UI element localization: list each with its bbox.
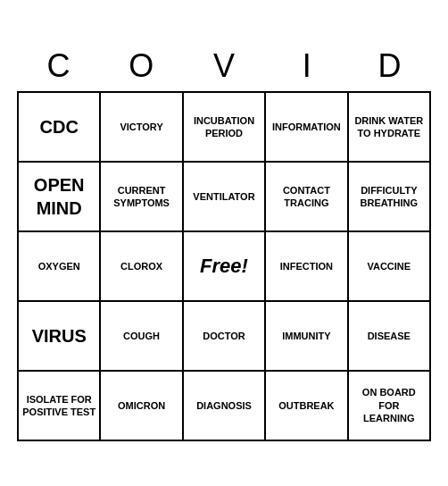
header-letter-o: O	[100, 45, 183, 88]
bingo-cell-17: DOCTOR	[184, 302, 266, 372]
header-letter-d: D	[348, 45, 431, 88]
bingo-cell-3: INFORMATION	[266, 93, 348, 163]
header-letter-v: V	[183, 45, 266, 88]
bingo-cell-18: IMMUNITY	[266, 302, 348, 372]
bingo-cell-2: INCUBATION PERIOD	[184, 93, 266, 163]
bingo-cell-0: CDC	[19, 93, 101, 163]
bingo-cell-5: OPEN MIND	[19, 163, 101, 232]
bingo-cell-21: OMICRON	[101, 372, 183, 441]
header-letter-i: I	[265, 45, 348, 88]
bingo-cell-13: INFECTION	[266, 232, 348, 302]
bingo-cell-19: DISEASE	[349, 302, 431, 372]
bingo-cell-11: CLOROX	[101, 232, 183, 302]
bingo-grid: CDCVICTORYINCUBATION PERIODINFORMATIONDR…	[17, 91, 431, 441]
bingo-header: COVID	[17, 45, 431, 88]
bingo-cell-20: ISOLATE FOR POSITIVE TEST	[19, 372, 101, 441]
bingo-cell-24: ON BOARD FOR LEARNING	[349, 372, 431, 441]
header-letter-c: C	[17, 45, 100, 88]
bingo-cell-8: CONTACT TRACING	[266, 163, 348, 232]
bingo-cell-15: VIRUS	[19, 302, 101, 372]
bingo-cell-9: DIFFICULTY BREATHING	[349, 163, 431, 232]
bingo-cell-1: VICTORY	[101, 93, 183, 163]
bingo-cell-22: DIAGNOSIS	[184, 372, 266, 441]
bingo-cell-4: DRINK WATER TO HYDRATE	[349, 93, 431, 163]
bingo-cell-7: VENTILATOR	[184, 163, 266, 232]
bingo-cell-23: OUTBREAK	[266, 372, 348, 441]
bingo-cell-12: Free!	[184, 232, 266, 302]
bingo-card: COVID CDCVICTORYINCUBATION PERIODINFORMA…	[10, 38, 438, 448]
bingo-cell-10: OXYGEN	[19, 232, 101, 302]
bingo-cell-16: COUGH	[101, 302, 183, 372]
bingo-cell-6: CURRENT SYMPTOMS	[101, 163, 183, 232]
bingo-cell-14: VACCINE	[349, 232, 431, 302]
